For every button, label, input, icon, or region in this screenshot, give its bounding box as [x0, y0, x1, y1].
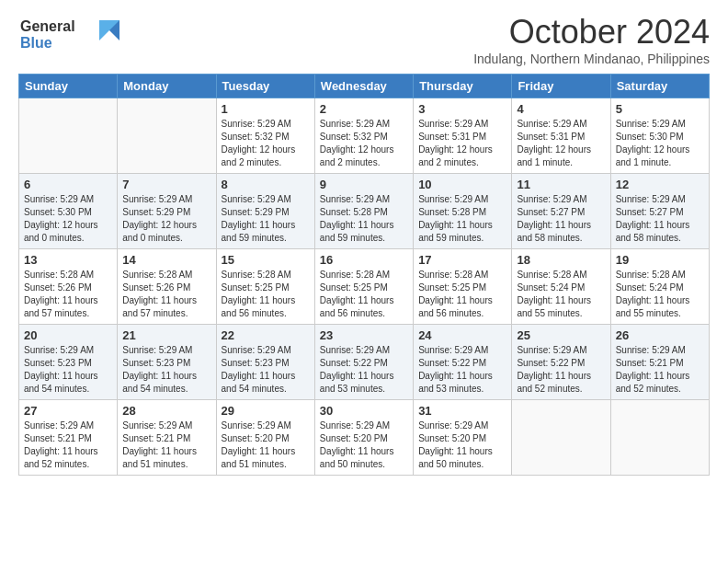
- day-number: 8: [222, 178, 310, 191]
- day-number: 15: [222, 253, 310, 267]
- header-thursday: Thursday: [414, 75, 512, 98]
- table-row: 6Sunrise: 5:29 AMSunset: 5:30 PMDaylight…: [19, 174, 118, 249]
- table-row: 24Sunrise: 5:29 AMSunset: 5:22 PMDayligh…: [414, 325, 512, 400]
- day-number: 7: [122, 178, 210, 191]
- day-number: 18: [517, 253, 605, 267]
- calendar-week-row: 27Sunrise: 5:29 AMSunset: 5:21 PMDayligh…: [19, 400, 710, 476]
- day-number: 6: [24, 178, 112, 191]
- table-row: [610, 400, 709, 476]
- cell-content: Sunrise: 5:29 AMSunset: 5:20 PMDaylight:…: [222, 419, 310, 471]
- table-row: 10Sunrise: 5:29 AMSunset: 5:28 PMDayligh…: [414, 174, 512, 249]
- title-block: October 2024 Indulang, Northern Mindanao…: [473, 13, 710, 66]
- cell-content: Sunrise: 5:29 AMSunset: 5:23 PMDaylight:…: [222, 344, 310, 396]
- day-number: 5: [616, 102, 704, 116]
- day-number: 13: [24, 253, 112, 267]
- day-number: 3: [418, 102, 506, 116]
- day-number: 16: [320, 253, 408, 267]
- header-monday: Monday: [118, 75, 216, 98]
- table-row: 18Sunrise: 5:28 AMSunset: 5:24 PMDayligh…: [512, 249, 610, 325]
- day-number: 23: [320, 328, 408, 342]
- cell-content: Sunrise: 5:28 AMSunset: 5:25 PMDaylight:…: [320, 269, 408, 320]
- table-row: [512, 400, 610, 476]
- table-row: 25Sunrise: 5:29 AMSunset: 5:22 PMDayligh…: [512, 325, 610, 400]
- cell-content: Sunrise: 5:28 AMSunset: 5:25 PMDaylight:…: [222, 269, 310, 320]
- cell-content: Sunrise: 5:29 AMSunset: 5:28 PMDaylight:…: [418, 193, 506, 245]
- cell-content: Sunrise: 5:29 AMSunset: 5:27 PMDaylight:…: [616, 193, 704, 245]
- table-row: 15Sunrise: 5:28 AMSunset: 5:25 PMDayligh…: [216, 249, 314, 325]
- calendar-week-row: 13Sunrise: 5:28 AMSunset: 5:26 PMDayligh…: [19, 249, 710, 325]
- cell-content: Sunrise: 5:29 AMSunset: 5:22 PMDaylight:…: [320, 344, 408, 396]
- cell-content: Sunrise: 5:29 AMSunset: 5:21 PMDaylight:…: [122, 419, 210, 471]
- table-row: [19, 98, 118, 174]
- month-title: October 2024: [473, 13, 710, 52]
- table-row: 26Sunrise: 5:29 AMSunset: 5:21 PMDayligh…: [610, 325, 709, 400]
- table-row: 4Sunrise: 5:29 AMSunset: 5:31 PMDaylight…: [512, 98, 610, 174]
- cell-content: Sunrise: 5:28 AMSunset: 5:25 PMDaylight:…: [418, 269, 506, 320]
- cell-content: Sunrise: 5:29 AMSunset: 5:21 PMDaylight:…: [616, 344, 704, 396]
- day-number: 4: [517, 102, 605, 116]
- table-row: 9Sunrise: 5:29 AMSunset: 5:28 PMDaylight…: [314, 174, 413, 249]
- cell-content: Sunrise: 5:29 AMSunset: 5:32 PMDaylight:…: [222, 118, 310, 169]
- day-number: 19: [616, 253, 704, 267]
- table-row: 31Sunrise: 5:29 AMSunset: 5:20 PMDayligh…: [414, 400, 512, 476]
- day-number: 2: [320, 102, 408, 116]
- table-row: [118, 98, 216, 174]
- table-row: 28Sunrise: 5:29 AMSunset: 5:21 PMDayligh…: [118, 400, 216, 476]
- day-number: 30: [320, 404, 408, 418]
- table-row: 29Sunrise: 5:29 AMSunset: 5:20 PMDayligh…: [216, 400, 314, 476]
- table-row: 8Sunrise: 5:29 AMSunset: 5:29 PMDaylight…: [216, 174, 314, 249]
- calendar-table: Sunday Monday Tuesday Wednesday Thursday…: [18, 74, 710, 476]
- svg-text:Blue: Blue: [20, 35, 52, 51]
- day-number: 27: [24, 404, 112, 418]
- table-row: 12Sunrise: 5:29 AMSunset: 5:27 PMDayligh…: [610, 174, 709, 249]
- cell-content: Sunrise: 5:29 AMSunset: 5:32 PMDaylight:…: [320, 118, 408, 169]
- table-row: 30Sunrise: 5:29 AMSunset: 5:20 PMDayligh…: [314, 400, 413, 476]
- day-number: 11: [517, 178, 605, 191]
- table-row: 14Sunrise: 5:28 AMSunset: 5:26 PMDayligh…: [118, 249, 216, 325]
- day-number: 14: [122, 253, 210, 267]
- cell-content: Sunrise: 5:29 AMSunset: 5:29 PMDaylight:…: [222, 193, 310, 245]
- day-number: 10: [418, 178, 506, 191]
- day-number: 26: [616, 328, 704, 342]
- cell-content: Sunrise: 5:28 AMSunset: 5:26 PMDaylight:…: [24, 269, 112, 320]
- cell-content: Sunrise: 5:29 AMSunset: 5:22 PMDaylight:…: [517, 344, 605, 396]
- table-row: 7Sunrise: 5:29 AMSunset: 5:29 PMDaylight…: [118, 174, 216, 249]
- table-row: 5Sunrise: 5:29 AMSunset: 5:30 PMDaylight…: [610, 98, 709, 174]
- table-row: 13Sunrise: 5:28 AMSunset: 5:26 PMDayligh…: [19, 249, 118, 325]
- day-number: 21: [122, 328, 210, 342]
- table-row: 16Sunrise: 5:28 AMSunset: 5:25 PMDayligh…: [314, 249, 413, 325]
- day-number: 29: [222, 404, 310, 418]
- table-row: 22Sunrise: 5:29 AMSunset: 5:23 PMDayligh…: [216, 325, 314, 400]
- logo: General Blue: [18, 13, 119, 57]
- page-header: General Blue October 2024 Indulang, Nort…: [0, 0, 728, 74]
- day-number: 20: [24, 328, 112, 342]
- table-row: 3Sunrise: 5:29 AMSunset: 5:31 PMDaylight…: [414, 98, 512, 174]
- day-number: 1: [222, 102, 310, 116]
- table-row: 20Sunrise: 5:29 AMSunset: 5:23 PMDayligh…: [19, 325, 118, 400]
- calendar-week-row: 6Sunrise: 5:29 AMSunset: 5:30 PMDaylight…: [19, 174, 710, 249]
- day-number: 9: [320, 178, 408, 191]
- table-row: 11Sunrise: 5:29 AMSunset: 5:27 PMDayligh…: [512, 174, 610, 249]
- calendar-wrapper: Sunday Monday Tuesday Wednesday Thursday…: [0, 74, 728, 476]
- day-number: 31: [418, 404, 506, 418]
- cell-content: Sunrise: 5:28 AMSunset: 5:24 PMDaylight:…: [616, 269, 704, 320]
- table-row: 1Sunrise: 5:29 AMSunset: 5:32 PMDaylight…: [216, 98, 314, 174]
- table-row: 19Sunrise: 5:28 AMSunset: 5:24 PMDayligh…: [610, 249, 709, 325]
- svg-text:General: General: [20, 18, 75, 34]
- calendar-week-row: 1Sunrise: 5:29 AMSunset: 5:32 PMDaylight…: [19, 98, 710, 174]
- cell-content: Sunrise: 5:29 AMSunset: 5:31 PMDaylight:…: [517, 118, 605, 169]
- header-sunday: Sunday: [19, 75, 118, 98]
- day-number: 25: [517, 328, 605, 342]
- cell-content: Sunrise: 5:28 AMSunset: 5:26 PMDaylight:…: [122, 269, 210, 320]
- table-row: 17Sunrise: 5:28 AMSunset: 5:25 PMDayligh…: [414, 249, 512, 325]
- calendar-header: Sunday Monday Tuesday Wednesday Thursday…: [19, 75, 710, 98]
- cell-content: Sunrise: 5:29 AMSunset: 5:30 PMDaylight:…: [616, 118, 704, 169]
- header-row: Sunday Monday Tuesday Wednesday Thursday…: [19, 75, 710, 98]
- cell-content: Sunrise: 5:29 AMSunset: 5:27 PMDaylight:…: [517, 193, 605, 245]
- location-subtitle: Indulang, Northern Mindanao, Philippines: [473, 52, 710, 66]
- header-friday: Friday: [512, 75, 610, 98]
- header-saturday: Saturday: [610, 75, 709, 98]
- day-number: 12: [616, 178, 704, 191]
- cell-content: Sunrise: 5:29 AMSunset: 5:20 PMDaylight:…: [320, 419, 408, 471]
- day-number: 28: [122, 404, 210, 418]
